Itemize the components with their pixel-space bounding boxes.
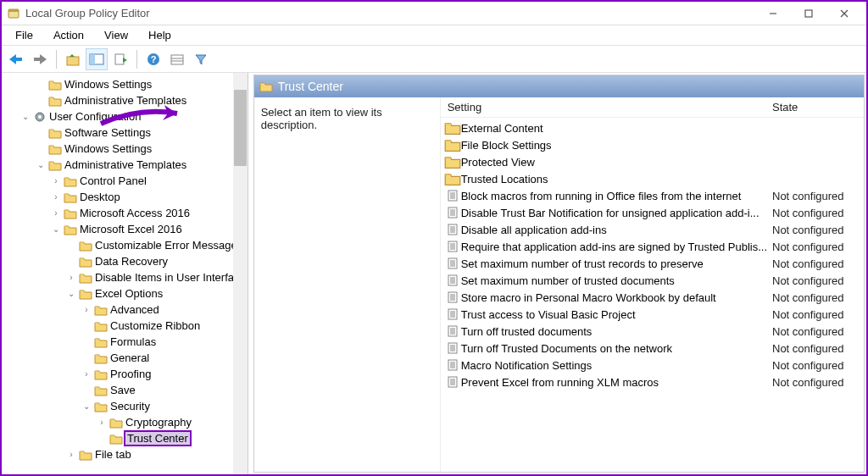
- svg-point-18: [38, 115, 42, 119]
- app-icon: [7, 7, 20, 20]
- tree-node[interactable]: ⌄Excel Options: [5, 285, 248, 302]
- menu-view[interactable]: View: [94, 27, 138, 43]
- tree-node[interactable]: ⌄User Configuration: [5, 108, 248, 125]
- list-state: Not configured: [772, 224, 864, 236]
- expand-icon[interactable]: ⌄: [20, 112, 31, 122]
- list-policy[interactable]: Disable Trust Bar Notification for unsig…: [441, 204, 864, 221]
- list-policy[interactable]: Prevent Excel from running XLM macrosNot…: [441, 374, 864, 390]
- list-folder[interactable]: Protected View: [441, 153, 864, 170]
- list-label: Turn off Trusted Documents on the networ…: [461, 342, 772, 355]
- tree-scrollbar[interactable]: [233, 73, 248, 474]
- tree-node[interactable]: ›Cryptography: [5, 414, 248, 430]
- tree-node[interactable]: Windows Settings: [5, 141, 248, 157]
- tree-label: Data Recovery: [95, 255, 168, 268]
- help-button[interactable]: ?: [142, 48, 164, 70]
- policy-icon: [444, 342, 461, 354]
- folder-icon: [64, 191, 77, 203]
- menu-file[interactable]: File: [5, 27, 43, 43]
- list-policy[interactable]: Trust access to Visual Basic ProjectNot …: [441, 306, 864, 323]
- description-text: Select an item to view its description.: [261, 106, 382, 131]
- expand-icon[interactable]: ›: [81, 305, 92, 315]
- list-policy[interactable]: Set maximum number of trusted documentsN…: [441, 272, 864, 289]
- list-policy[interactable]: Turn off trusted documentsNot configured: [441, 323, 864, 340]
- export-list-button[interactable]: [109, 48, 131, 70]
- titlebar: Local Group Policy Editor: [2, 2, 866, 25]
- tree-node[interactable]: Customize Ribbon: [5, 318, 248, 334]
- folder-icon: [48, 79, 62, 91]
- folder-icon: [79, 256, 92, 268]
- tree-label: Administrative Templates: [64, 94, 186, 108]
- tree-node[interactable]: ›File tab: [5, 446, 248, 462]
- tree-node[interactable]: ⌄Microsoft Excel 2016: [5, 221, 248, 237]
- tree-node[interactable]: ›Proofing: [5, 366, 248, 382]
- tree-node[interactable]: General: [5, 350, 248, 366]
- tree-node[interactable]: Save: [5, 382, 248, 398]
- column-state[interactable]: State: [772, 101, 864, 113]
- tree-node[interactable]: ⌄Security: [5, 398, 248, 414]
- column-headers[interactable]: Setting State: [441, 97, 864, 118]
- expand-icon[interactable]: ›: [51, 208, 61, 219]
- tree-node[interactable]: ›Control Panel: [5, 173, 248, 189]
- back-button[interactable]: [5, 48, 27, 70]
- list-policy[interactable]: Block macros from running in Office file…: [441, 187, 864, 204]
- expand-icon[interactable]: ⌄: [81, 401, 92, 412]
- show-hide-tree-button[interactable]: [86, 48, 108, 70]
- tree-label: Control Panel: [80, 174, 147, 188]
- tree-node[interactable]: ›Disable Items in User Interface: [5, 269, 248, 285]
- expand-icon[interactable]: ⌄: [66, 289, 76, 299]
- tree-label: Excel Options: [95, 287, 163, 301]
- tree-node[interactable]: ›Advanced: [5, 302, 248, 318]
- expand-icon[interactable]: ›: [51, 176, 61, 186]
- tree-node[interactable]: Customizable Error Messages: [5, 237, 248, 253]
- properties-button[interactable]: [166, 48, 188, 70]
- tree-node[interactable]: ›Desktop: [5, 189, 248, 205]
- policy-icon: [444, 376, 461, 388]
- list-policy[interactable]: Macro Notification SettingsNot configure…: [441, 357, 864, 374]
- expand-icon[interactable]: ›: [97, 418, 107, 428]
- expand-icon[interactable]: ›: [51, 192, 61, 202]
- svg-rect-29: [448, 224, 457, 235]
- expand-icon[interactable]: ⌄: [51, 224, 61, 235]
- tree-node[interactable]: ›Microsoft Access 2016: [5, 205, 248, 221]
- folder-icon: [94, 368, 108, 380]
- folder-icon: [48, 95, 62, 107]
- forward-button[interactable]: [29, 48, 51, 70]
- list-state: Not configured: [772, 207, 864, 219]
- expand-icon[interactable]: ⌄: [36, 160, 46, 170]
- list-policy[interactable]: Disable all application add-insNot confi…: [441, 221, 864, 238]
- tree-node[interactable]: Administrative Templates: [5, 92, 248, 108]
- folder-icon: [444, 120, 461, 136]
- minimize-button[interactable]: [756, 4, 790, 23]
- tree-label: Administrative Templates: [64, 158, 186, 172]
- column-setting[interactable]: Setting: [441, 101, 772, 113]
- list-policy[interactable]: Set maximum number of trust records to p…: [441, 255, 864, 272]
- list-label: Set maximum number of trusted documents: [461, 274, 772, 287]
- list-folder[interactable]: File Block Settings: [441, 136, 864, 153]
- folder-icon: [444, 154, 461, 169]
- tree-node[interactable]: Windows Settings: [5, 76, 248, 92]
- expand-icon[interactable]: ›: [66, 450, 76, 460]
- expand-icon[interactable]: ›: [66, 273, 76, 283]
- policy-icon: [444, 291, 461, 303]
- description-column: Select an item to view its description.: [254, 97, 441, 472]
- up-one-level-button[interactable]: [62, 48, 84, 70]
- menu-help[interactable]: Help: [138, 27, 181, 43]
- tree-label: Save: [110, 384, 136, 397]
- list-policy[interactable]: Require that application add-ins are sig…: [441, 238, 864, 255]
- expand-icon[interactable]: ›: [81, 369, 92, 379]
- list-folder[interactable]: External Content: [441, 119, 864, 136]
- tree-node[interactable]: ⌄Administrative Templates: [5, 157, 248, 173]
- tree-node[interactable]: Trust Center: [5, 430, 248, 446]
- folder-icon: [64, 175, 77, 187]
- menu-action[interactable]: Action: [43, 27, 94, 43]
- list-policy[interactable]: Store macro in Personal Macro Workbook b…: [441, 289, 864, 306]
- tree-node[interactable]: Formulas: [5, 334, 248, 350]
- filter-button[interactable]: [190, 48, 212, 70]
- tree-node[interactable]: Software Settings: [5, 125, 248, 141]
- close-button[interactable]: [827, 4, 861, 23]
- tree-node[interactable]: Data Recovery: [5, 253, 248, 269]
- list-policy[interactable]: Turn off Trusted Documents on the networ…: [441, 340, 864, 357]
- tree-label: Microsoft Access 2016: [80, 207, 190, 220]
- maximize-button[interactable]: [792, 4, 826, 23]
- list-folder[interactable]: Trusted Locations: [441, 170, 864, 187]
